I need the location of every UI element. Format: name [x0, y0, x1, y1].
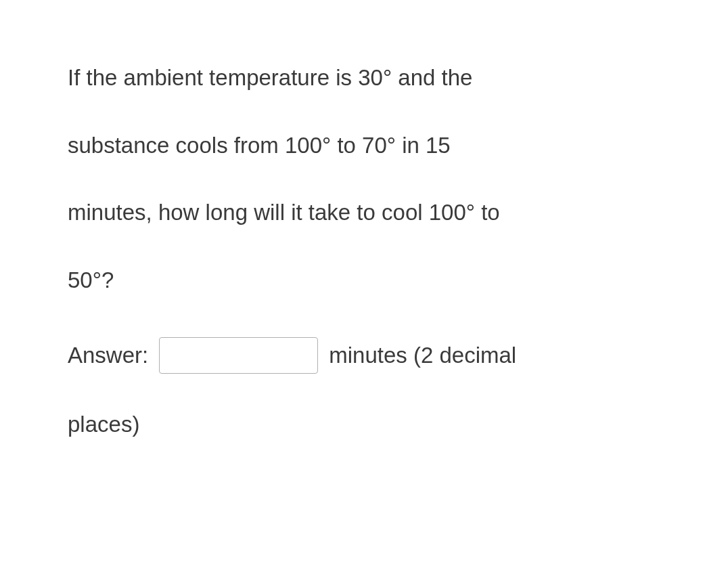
question-container: If the ambient temperature is 30° and th… [68, 61, 660, 441]
answer-input[interactable] [159, 337, 318, 374]
answer-label: Answer: [68, 339, 148, 372]
question-text: If the ambient temperature is 30° and th… [68, 61, 660, 297]
question-line-4: 50°? [68, 263, 660, 297]
answer-row: Answer: minutes (2 decimal [68, 337, 660, 374]
question-line-3: minutes, how long will it take to cool 1… [68, 196, 660, 230]
question-line-2: substance cools from 100° to 70° in 15 [68, 129, 660, 162]
answer-suffix-2: places) [68, 408, 660, 441]
question-line-1: If the ambient temperature is 30° and th… [68, 61, 660, 95]
answer-suffix-1: minutes (2 decimal [329, 339, 516, 372]
